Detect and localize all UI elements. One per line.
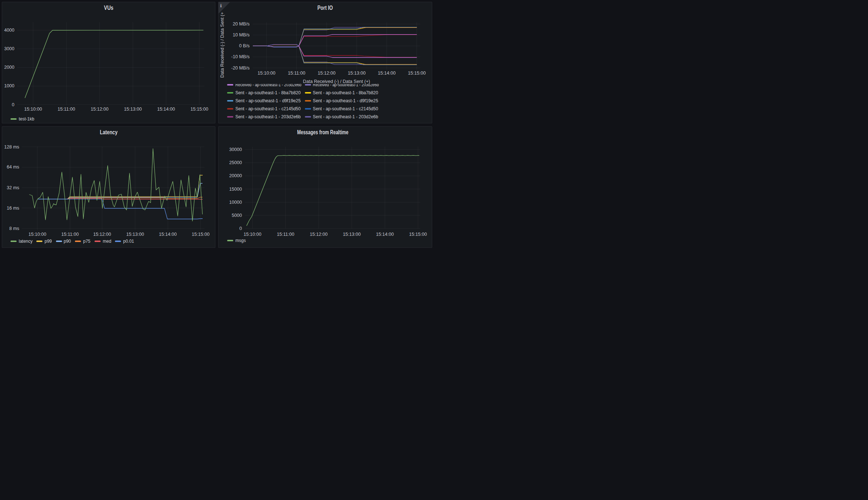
- svg-text:15:10:00: 15:10:00: [24, 107, 42, 112]
- svg-text:128 ms: 128 ms: [4, 144, 19, 150]
- svg-text:15:11:00: 15:11:00: [288, 71, 305, 76]
- svg-text:15:10:00: 15:10:00: [258, 71, 275, 76]
- svg-text:Received - ap-southeast-1 - 20: Received - ap-southeast-1 - 203d2e6b: [235, 82, 302, 87]
- svg-text:15:12:00: 15:12:00: [93, 232, 111, 237]
- svg-text:Sent - ap-southeast-1 - 203d2e: Sent - ap-southeast-1 - 203d2e6b: [235, 114, 301, 119]
- svg-text:15000: 15000: [229, 187, 242, 192]
- svg-text:Sent - ap-southeast-1 - 203d2e: Sent - ap-southeast-1 - 203d2e6b: [313, 114, 378, 119]
- svg-text:Sent - ap-southeast-1 - d9f19e: Sent - ap-southeast-1 - d9f19e25: [313, 98, 378, 103]
- svg-text:Port IO: Port IO: [318, 5, 333, 11]
- svg-text:15:12:00: 15:12:00: [91, 107, 108, 112]
- svg-text:15:10:00: 15:10:00: [243, 232, 261, 237]
- svg-text:15:14:00: 15:14:00: [157, 107, 175, 112]
- svg-text:msgs: msgs: [235, 238, 246, 243]
- svg-text:15:11:00: 15:11:00: [277, 232, 294, 237]
- svg-text:Sent - ap-southeast-1 - 8ba7b8: Sent - ap-southeast-1 - 8ba7b820: [313, 90, 378, 95]
- svg-text:30000: 30000: [229, 147, 242, 152]
- svg-text:15:13:00: 15:13:00: [126, 232, 144, 237]
- svg-text:i: i: [220, 3, 222, 8]
- svg-text:Sent - ap-southeast-1 - c2145d: Sent - ap-southeast-1 - c2145d50: [313, 106, 378, 111]
- svg-text:0: 0: [12, 102, 14, 107]
- svg-text:Data Received (-) / Data Sent: Data Received (-) / Data Sent (+: [220, 12, 225, 78]
- svg-text:Messages from Realtime: Messages from Realtime: [297, 129, 349, 135]
- svg-text:test-1kb: test-1kb: [19, 116, 34, 122]
- svg-text:15:14:00: 15:14:00: [376, 232, 394, 237]
- svg-text:Sent - ap-southeast-1 - d9f19e: Sent - ap-southeast-1 - d9f19e25: [235, 98, 301, 103]
- svg-text:0 B/s: 0 B/s: [239, 43, 250, 48]
- svg-text:2000: 2000: [4, 65, 14, 70]
- svg-text:Data Received (-) / Data Sent: Data Received (-) / Data Sent (+): [303, 79, 370, 84]
- svg-text:Latency: Latency: [100, 129, 118, 135]
- svg-text:64 ms: 64 ms: [7, 164, 19, 170]
- svg-text:15:15:00: 15:15:00: [190, 107, 208, 112]
- svg-text:latency: latency: [19, 239, 32, 244]
- svg-text:15:13:00: 15:13:00: [124, 107, 142, 112]
- svg-text:4000: 4000: [4, 28, 14, 33]
- svg-text:Sent - ap-southeast-1 - 8ba7b8: Sent - ap-southeast-1 - 8ba7b820: [235, 90, 301, 95]
- svg-text:32 ms: 32 ms: [7, 185, 19, 190]
- svg-text:p75: p75: [83, 239, 90, 244]
- svg-text:1000: 1000: [4, 83, 14, 88]
- svg-text:15:10:00: 15:10:00: [28, 232, 46, 237]
- svg-text:15:11:00: 15:11:00: [61, 232, 79, 237]
- svg-text:15:12:00: 15:12:00: [318, 71, 335, 76]
- svg-text:25000: 25000: [229, 160, 242, 165]
- svg-text:15:15:00: 15:15:00: [409, 232, 427, 237]
- svg-text:0: 0: [239, 226, 242, 231]
- svg-text:Sent - ap-southeast-1 - c2145d: Sent - ap-southeast-1 - c2145d50: [235, 106, 301, 111]
- svg-text:15:13:00: 15:13:00: [348, 71, 366, 76]
- svg-text:10 MB/s: 10 MB/s: [233, 32, 250, 37]
- svg-text:-20 MB/s: -20 MB/s: [231, 66, 250, 71]
- svg-text:20 MB/s: 20 MB/s: [233, 21, 250, 27]
- svg-text:15:15:00: 15:15:00: [192, 232, 210, 237]
- svg-text:5000: 5000: [232, 213, 242, 218]
- svg-text:15:13:00: 15:13:00: [343, 232, 361, 237]
- svg-text:p0.01: p0.01: [123, 239, 134, 244]
- svg-text:3000: 3000: [4, 46, 14, 51]
- svg-text:15:11:00: 15:11:00: [57, 107, 75, 112]
- svg-text:med: med: [103, 239, 111, 244]
- svg-text:VUs: VUs: [104, 5, 113, 11]
- svg-text:-10 MB/s: -10 MB/s: [231, 54, 250, 59]
- svg-text:16 ms: 16 ms: [7, 206, 19, 211]
- svg-text:15:14:00: 15:14:00: [159, 232, 176, 237]
- svg-text:15:12:00: 15:12:00: [310, 232, 327, 237]
- svg-text:p99: p99: [44, 239, 52, 244]
- svg-text:15:15:00: 15:15:00: [408, 71, 426, 76]
- svg-text:8 ms: 8 ms: [9, 226, 19, 231]
- svg-text:20000: 20000: [229, 173, 242, 178]
- svg-text:p90: p90: [64, 239, 71, 244]
- svg-text:10000: 10000: [229, 200, 242, 205]
- svg-text:15:14:00: 15:14:00: [378, 71, 396, 76]
